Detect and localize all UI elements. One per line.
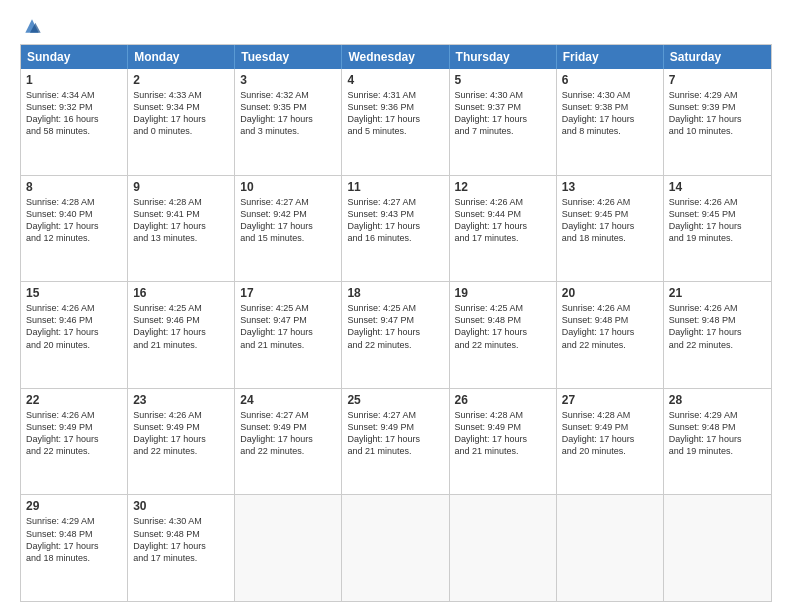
calendar-cell: 11Sunrise: 4:27 AM Sunset: 9:43 PM Dayli… — [342, 176, 449, 282]
day-info: Sunrise: 4:32 AM Sunset: 9:35 PM Dayligh… — [240, 89, 336, 138]
calendar-cell: 10Sunrise: 4:27 AM Sunset: 9:42 PM Dayli… — [235, 176, 342, 282]
day-number: 21 — [669, 286, 766, 300]
day-number: 28 — [669, 393, 766, 407]
day-info: Sunrise: 4:26 AM Sunset: 9:49 PM Dayligh… — [133, 409, 229, 458]
day-info: Sunrise: 4:25 AM Sunset: 9:48 PM Dayligh… — [455, 302, 551, 351]
day-info: Sunrise: 4:25 AM Sunset: 9:47 PM Dayligh… — [240, 302, 336, 351]
day-info: Sunrise: 4:30 AM Sunset: 9:38 PM Dayligh… — [562, 89, 658, 138]
calendar-row-1: 1Sunrise: 4:34 AM Sunset: 9:32 PM Daylig… — [21, 69, 771, 176]
calendar-cell: 28Sunrise: 4:29 AM Sunset: 9:48 PM Dayli… — [664, 389, 771, 495]
day-info: Sunrise: 4:30 AM Sunset: 9:48 PM Dayligh… — [133, 515, 229, 564]
calendar-cell: 24Sunrise: 4:27 AM Sunset: 9:49 PM Dayli… — [235, 389, 342, 495]
day-number: 13 — [562, 180, 658, 194]
day-number: 10 — [240, 180, 336, 194]
day-number: 6 — [562, 73, 658, 87]
day-info: Sunrise: 4:27 AM Sunset: 9:43 PM Dayligh… — [347, 196, 443, 245]
calendar-cell: 15Sunrise: 4:26 AM Sunset: 9:46 PM Dayli… — [21, 282, 128, 388]
calendar-cell: 25Sunrise: 4:27 AM Sunset: 9:49 PM Dayli… — [342, 389, 449, 495]
calendar-cell: 8Sunrise: 4:28 AM Sunset: 9:40 PM Daylig… — [21, 176, 128, 282]
calendar-cell: 30Sunrise: 4:30 AM Sunset: 9:48 PM Dayli… — [128, 495, 235, 601]
day-info: Sunrise: 4:26 AM Sunset: 9:49 PM Dayligh… — [26, 409, 122, 458]
day-info: Sunrise: 4:33 AM Sunset: 9:34 PM Dayligh… — [133, 89, 229, 138]
day-info: Sunrise: 4:28 AM Sunset: 9:40 PM Dayligh… — [26, 196, 122, 245]
calendar-cell: 13Sunrise: 4:26 AM Sunset: 9:45 PM Dayli… — [557, 176, 664, 282]
day-info: Sunrise: 4:34 AM Sunset: 9:32 PM Dayligh… — [26, 89, 122, 138]
calendar-cell: 12Sunrise: 4:26 AM Sunset: 9:44 PM Dayli… — [450, 176, 557, 282]
header-monday: Monday — [128, 45, 235, 69]
header-saturday: Saturday — [664, 45, 771, 69]
calendar-cell: 19Sunrise: 4:25 AM Sunset: 9:48 PM Dayli… — [450, 282, 557, 388]
day-info: Sunrise: 4:25 AM Sunset: 9:47 PM Dayligh… — [347, 302, 443, 351]
calendar-row-5: 29Sunrise: 4:29 AM Sunset: 9:48 PM Dayli… — [21, 495, 771, 601]
day-info: Sunrise: 4:27 AM Sunset: 9:42 PM Dayligh… — [240, 196, 336, 245]
day-number: 9 — [133, 180, 229, 194]
day-info: Sunrise: 4:25 AM Sunset: 9:46 PM Dayligh… — [133, 302, 229, 351]
logo-icon — [22, 16, 42, 36]
day-number: 26 — [455, 393, 551, 407]
calendar-cell: 21Sunrise: 4:26 AM Sunset: 9:48 PM Dayli… — [664, 282, 771, 388]
day-number: 1 — [26, 73, 122, 87]
day-info: Sunrise: 4:31 AM Sunset: 9:36 PM Dayligh… — [347, 89, 443, 138]
calendar-cell: 20Sunrise: 4:26 AM Sunset: 9:48 PM Dayli… — [557, 282, 664, 388]
day-number: 17 — [240, 286, 336, 300]
day-info: Sunrise: 4:29 AM Sunset: 9:48 PM Dayligh… — [669, 409, 766, 458]
day-number: 15 — [26, 286, 122, 300]
day-number: 25 — [347, 393, 443, 407]
calendar-cell — [664, 495, 771, 601]
day-number: 19 — [455, 286, 551, 300]
day-info: Sunrise: 4:26 AM Sunset: 9:45 PM Dayligh… — [669, 196, 766, 245]
calendar-cell — [557, 495, 664, 601]
day-number: 7 — [669, 73, 766, 87]
header-wednesday: Wednesday — [342, 45, 449, 69]
day-info: Sunrise: 4:30 AM Sunset: 9:37 PM Dayligh… — [455, 89, 551, 138]
calendar-cell: 5Sunrise: 4:30 AM Sunset: 9:37 PM Daylig… — [450, 69, 557, 175]
calendar-cell: 6Sunrise: 4:30 AM Sunset: 9:38 PM Daylig… — [557, 69, 664, 175]
calendar-cell: 22Sunrise: 4:26 AM Sunset: 9:49 PM Dayli… — [21, 389, 128, 495]
calendar-cell: 3Sunrise: 4:32 AM Sunset: 9:35 PM Daylig… — [235, 69, 342, 175]
day-number: 23 — [133, 393, 229, 407]
calendar: Sunday Monday Tuesday Wednesday Thursday… — [20, 44, 772, 602]
calendar-cell: 2Sunrise: 4:33 AM Sunset: 9:34 PM Daylig… — [128, 69, 235, 175]
day-info: Sunrise: 4:27 AM Sunset: 9:49 PM Dayligh… — [240, 409, 336, 458]
day-info: Sunrise: 4:26 AM Sunset: 9:44 PM Dayligh… — [455, 196, 551, 245]
day-number: 20 — [562, 286, 658, 300]
calendar-cell: 26Sunrise: 4:28 AM Sunset: 9:49 PM Dayli… — [450, 389, 557, 495]
header-sunday: Sunday — [21, 45, 128, 69]
day-number: 12 — [455, 180, 551, 194]
header-thursday: Thursday — [450, 45, 557, 69]
day-number: 16 — [133, 286, 229, 300]
day-number: 18 — [347, 286, 443, 300]
calendar-cell: 23Sunrise: 4:26 AM Sunset: 9:49 PM Dayli… — [128, 389, 235, 495]
calendar-cell: 9Sunrise: 4:28 AM Sunset: 9:41 PM Daylig… — [128, 176, 235, 282]
day-number: 24 — [240, 393, 336, 407]
header-friday: Friday — [557, 45, 664, 69]
day-info: Sunrise: 4:29 AM Sunset: 9:48 PM Dayligh… — [26, 515, 122, 564]
page-header — [20, 16, 772, 36]
day-number: 5 — [455, 73, 551, 87]
day-info: Sunrise: 4:28 AM Sunset: 9:49 PM Dayligh… — [455, 409, 551, 458]
day-number: 22 — [26, 393, 122, 407]
header-tuesday: Tuesday — [235, 45, 342, 69]
calendar-row-3: 15Sunrise: 4:26 AM Sunset: 9:46 PM Dayli… — [21, 282, 771, 389]
day-number: 8 — [26, 180, 122, 194]
day-number: 2 — [133, 73, 229, 87]
calendar-cell: 7Sunrise: 4:29 AM Sunset: 9:39 PM Daylig… — [664, 69, 771, 175]
day-info: Sunrise: 4:29 AM Sunset: 9:39 PM Dayligh… — [669, 89, 766, 138]
day-number: 4 — [347, 73, 443, 87]
day-info: Sunrise: 4:28 AM Sunset: 9:41 PM Dayligh… — [133, 196, 229, 245]
calendar-cell: 1Sunrise: 4:34 AM Sunset: 9:32 PM Daylig… — [21, 69, 128, 175]
day-info: Sunrise: 4:26 AM Sunset: 9:48 PM Dayligh… — [562, 302, 658, 351]
logo — [20, 16, 42, 36]
calendar-cell — [235, 495, 342, 601]
day-number: 3 — [240, 73, 336, 87]
calendar-cell: 14Sunrise: 4:26 AM Sunset: 9:45 PM Dayli… — [664, 176, 771, 282]
day-info: Sunrise: 4:27 AM Sunset: 9:49 PM Dayligh… — [347, 409, 443, 458]
day-number: 11 — [347, 180, 443, 194]
calendar-body: 1Sunrise: 4:34 AM Sunset: 9:32 PM Daylig… — [21, 69, 771, 601]
calendar-cell: 17Sunrise: 4:25 AM Sunset: 9:47 PM Dayli… — [235, 282, 342, 388]
calendar-cell: 29Sunrise: 4:29 AM Sunset: 9:48 PM Dayli… — [21, 495, 128, 601]
day-info: Sunrise: 4:28 AM Sunset: 9:49 PM Dayligh… — [562, 409, 658, 458]
day-number: 14 — [669, 180, 766, 194]
calendar-header: Sunday Monday Tuesday Wednesday Thursday… — [21, 45, 771, 69]
calendar-cell — [342, 495, 449, 601]
